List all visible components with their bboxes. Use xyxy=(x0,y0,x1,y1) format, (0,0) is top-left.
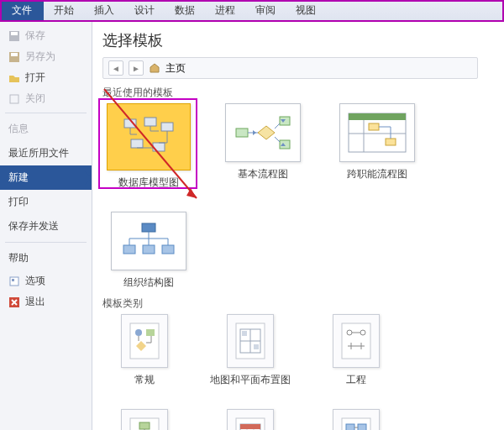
ribbon: 文件 开始 插入 设计 数据 进程 审阅 视图 xyxy=(0,0,504,22)
category-tile-engineering[interactable]: 工程 xyxy=(314,314,398,387)
ribbon-tab-insert[interactable]: 插入 xyxy=(84,0,124,21)
sidebar-open[interactable]: 打开 xyxy=(0,67,92,88)
template-categories-header: 模板类别 xyxy=(102,296,494,311)
home-icon xyxy=(149,62,160,74)
svg-rect-4 xyxy=(10,95,18,103)
svg-rect-53 xyxy=(358,424,366,430)
sidebar-item-label: 打印 xyxy=(8,195,29,209)
ribbon-tab-process[interactable]: 进程 xyxy=(205,0,245,21)
template-label: 数据库模型图 xyxy=(118,176,179,190)
category-thumb xyxy=(333,314,380,368)
sidebar-options[interactable]: 选项 xyxy=(0,270,92,291)
page-title: 选择模板 xyxy=(102,30,494,50)
svg-rect-12 xyxy=(153,143,165,151)
svg-rect-25 xyxy=(162,245,174,254)
recent-templates-header: 最近使用的模板 xyxy=(102,86,494,100)
sidebar-item-label: 信息 xyxy=(8,122,29,136)
sidebar-item-label: 关闭 xyxy=(25,92,45,106)
svg-rect-14 xyxy=(280,117,290,125)
template-thumb xyxy=(111,212,186,270)
svg-rect-21 xyxy=(386,139,396,145)
sidebar-item-label: 最近所用文件 xyxy=(8,146,69,160)
svg-rect-9 xyxy=(144,118,156,126)
recent-templates-grid: 数据库模型图 基本流程图 跨职能流程图 组织结构图 xyxy=(102,103,494,290)
category-thumb xyxy=(121,409,168,430)
open-icon xyxy=(8,72,20,84)
breadcrumb-back-button[interactable]: ◄ xyxy=(108,60,123,76)
svg-rect-10 xyxy=(161,123,173,131)
content-area: 选择模板 ◄ ► 主页 最近使用的模板 数据库模型图 基本流程图 xyxy=(92,22,504,430)
category-tile-maps[interactable]: 地图和平面布置图 xyxy=(208,314,292,387)
template-thumb xyxy=(339,103,415,162)
svg-rect-28 xyxy=(146,329,155,336)
sidebar-item-label: 选项 xyxy=(25,274,45,288)
ribbon-tab-design[interactable]: 设计 xyxy=(124,0,165,21)
category-tile-software-db[interactable]: 软件和数据库 xyxy=(314,409,398,430)
category-label: 工程 xyxy=(346,373,366,387)
ribbon-tab-home[interactable]: 开始 xyxy=(44,0,84,21)
backstage-sidebar: 保存 另存为 打开 关闭 信息 最近所用文件 新建 打印 保存并发送 帮助 选项… xyxy=(0,22,92,430)
sidebar-new[interactable]: 新建 xyxy=(0,165,92,190)
sidebar-item-label: 另存为 xyxy=(25,50,55,64)
svg-rect-20 xyxy=(369,123,379,130)
template-label: 基本流程图 xyxy=(238,167,288,181)
breadcrumb: ◄ ► 主页 xyxy=(102,57,478,79)
sidebar-item-label: 保存并发送 xyxy=(8,219,59,233)
category-thumb xyxy=(227,409,274,430)
category-thumb xyxy=(333,409,380,430)
svg-rect-24 xyxy=(143,245,155,254)
ribbon-tab-data[interactable]: 数据 xyxy=(165,0,205,21)
svg-rect-34 xyxy=(254,344,259,349)
sidebar-print[interactable]: 打印 xyxy=(0,190,92,214)
sidebar-exit[interactable]: 退出 xyxy=(0,291,92,312)
svg-rect-33 xyxy=(242,331,247,336)
sidebar-info[interactable]: 信息 xyxy=(0,117,92,141)
sidebar-recent[interactable]: 最近所用文件 xyxy=(0,141,92,165)
template-thumb xyxy=(107,103,191,170)
svg-rect-15 xyxy=(280,140,290,149)
template-tile-basic-flowchart[interactable]: 基本流程图 xyxy=(217,103,309,190)
sidebar-item-label: 保存 xyxy=(25,29,45,43)
template-thumb xyxy=(225,103,301,162)
svg-rect-22 xyxy=(142,223,155,232)
template-categories-grid: 常规 地图和平面布置图 工程 流程图 日程安排 软件和数据库 xyxy=(102,314,494,430)
ribbon-tab-view[interactable]: 视图 xyxy=(286,0,326,21)
breadcrumb-forward-button[interactable]: ► xyxy=(129,60,144,76)
options-icon xyxy=(8,275,20,287)
svg-rect-23 xyxy=(123,245,135,254)
sidebar-help[interactable]: 帮助 xyxy=(0,246,92,270)
exit-icon xyxy=(8,296,20,308)
svg-rect-11 xyxy=(131,139,143,148)
svg-rect-17 xyxy=(349,113,406,120)
sidebar-save-as[interactable]: 另存为 xyxy=(0,46,92,67)
category-tile-general[interactable]: 常规 xyxy=(102,314,186,387)
category-thumb xyxy=(227,314,274,368)
svg-point-27 xyxy=(135,329,142,336)
sidebar-save-send[interactable]: 保存并发送 xyxy=(0,214,92,239)
template-tile-database-model[interactable]: 数据库模型图 xyxy=(102,103,195,190)
svg-rect-35 xyxy=(342,323,370,359)
sidebar-item-label: 新建 xyxy=(8,170,29,185)
svg-rect-40 xyxy=(139,422,150,429)
category-tile-flowchart[interactable]: 流程图 xyxy=(102,409,186,430)
template-label: 跨职能流程图 xyxy=(347,167,407,181)
sidebar-item-label: 退出 xyxy=(25,295,45,309)
sidebar-save[interactable]: 保存 xyxy=(0,25,92,46)
category-tile-schedule[interactable]: 日程安排 xyxy=(208,409,292,430)
svg-rect-8 xyxy=(124,119,136,128)
svg-rect-3 xyxy=(11,53,18,56)
svg-rect-6 xyxy=(12,279,14,281)
ribbon-tab-review[interactable]: 审阅 xyxy=(245,0,286,21)
ribbon-file-tab[interactable]: 文件 xyxy=(0,0,44,21)
close-icon xyxy=(8,93,20,105)
template-label: 组织结构图 xyxy=(123,275,174,290)
template-tile-cross-functional[interactable]: 跨职能流程图 xyxy=(331,103,423,190)
save-as-icon xyxy=(8,51,20,63)
category-thumb xyxy=(121,314,168,368)
svg-rect-13 xyxy=(236,128,248,137)
breadcrumb-home[interactable]: 主页 xyxy=(165,61,186,76)
template-tile-org-chart[interactable]: 组织结构图 xyxy=(102,212,195,290)
svg-rect-1 xyxy=(11,32,18,35)
save-icon xyxy=(8,30,20,42)
sidebar-close[interactable]: 关闭 xyxy=(0,88,92,109)
